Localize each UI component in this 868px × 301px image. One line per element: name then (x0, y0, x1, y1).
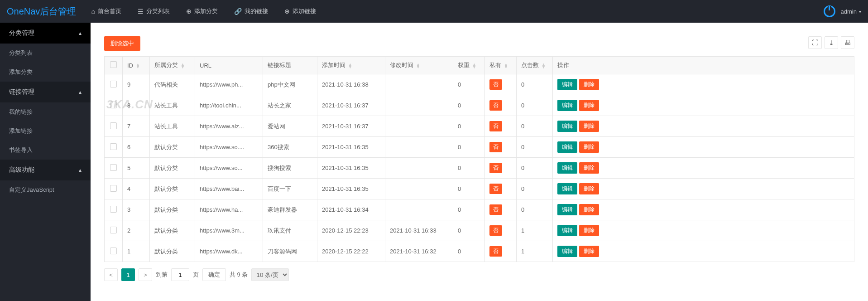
top-nav: ⌂前台首页 ☰分类列表 ⊕添加分类 🔗我的链接 ⊕添加链接 (83, 0, 823, 23)
table-row: 4默认分类https://www.bai...百度一下2021-10-31 16… (105, 179, 854, 199)
edit-button[interactable]: 编辑 (557, 121, 577, 132)
add-icon: ⊕ (284, 8, 290, 15)
cell-clicks: 0 (517, 179, 553, 199)
sidebar-item-my-links[interactable]: 我的链接 (0, 102, 91, 121)
select-all-checkbox[interactable] (110, 61, 117, 68)
delete-button[interactable]: 删除 (579, 204, 599, 215)
delete-button[interactable]: 删除 (579, 141, 599, 153)
sidebar-item-add-category[interactable]: 添加分类 (0, 63, 91, 82)
th-category[interactable]: 所属分类 (154, 62, 178, 68)
chevron-up-icon: ▴ (79, 89, 82, 95)
row-checkbox[interactable] (110, 122, 117, 129)
nav-my-links[interactable]: 🔗我的链接 (226, 0, 276, 23)
delete-button[interactable]: 删除 (579, 162, 599, 174)
cell-id: 2 (123, 220, 150, 241)
nav-home[interactable]: ⌂前台首页 (83, 0, 129, 23)
th-private[interactable]: 私有 (489, 62, 501, 68)
cell-update-time (385, 74, 453, 95)
sort-icon[interactable]: ▲▼ (348, 63, 352, 68)
private-badge: 否 (489, 121, 502, 131)
table-row: 8站长工具http://tool.chin...站长之家2021-10-31 1… (105, 95, 854, 116)
cell-category: 默认分类 (150, 137, 195, 158)
edit-button[interactable]: 编辑 (557, 162, 577, 174)
page-number-button[interactable]: 1 (121, 268, 135, 281)
sort-icon[interactable]: ▲▼ (181, 63, 185, 68)
sort-icon[interactable]: ▲▼ (136, 63, 140, 68)
cell-url: https://www.bai... (195, 179, 263, 199)
page-confirm-button[interactable]: 确定 (202, 268, 226, 281)
cell-weight: 0 (453, 137, 485, 158)
row-checkbox[interactable] (110, 164, 117, 171)
cell-title: 玖讯支付 (263, 220, 317, 241)
private-badge: 否 (489, 204, 502, 215)
cell-category: 默认分类 (150, 199, 195, 220)
th-clicks[interactable]: 点击数 (521, 62, 539, 68)
logo[interactable]: OneNav后台管理 (7, 5, 83, 18)
delete-button[interactable]: 删除 (579, 100, 599, 111)
nav-label: 添加分类 (194, 7, 218, 15)
chevron-up-icon: ▴ (79, 30, 82, 36)
nav-label: 我的链接 (245, 7, 268, 15)
private-badge: 否 (489, 142, 502, 152)
private-badge: 否 (489, 246, 502, 257)
edit-button[interactable]: 编辑 (557, 183, 577, 194)
nav-add-category[interactable]: ⊕添加分类 (178, 0, 226, 23)
cell-title: 搜狗搜索 (263, 158, 317, 179)
th-id[interactable]: ID (127, 62, 133, 69)
sort-icon[interactable]: ▲▼ (472, 63, 476, 68)
page-input[interactable] (171, 268, 189, 281)
edit-button[interactable]: 编辑 (557, 79, 577, 90)
row-checkbox[interactable] (110, 143, 117, 150)
cell-update-time: 2021-10-31 16:33 (385, 220, 453, 241)
print-icon[interactable]: 🖶 (841, 36, 854, 49)
sidebar-item-add-link[interactable]: 添加链接 (0, 121, 91, 141)
cell-weight: 0 (453, 241, 485, 262)
cell-weight: 0 (453, 116, 485, 137)
next-page-button[interactable]: > (139, 268, 152, 281)
th-add-time[interactable]: 添加时间 (322, 62, 345, 68)
edit-button[interactable]: 编辑 (557, 246, 577, 257)
cell-weight: 0 (453, 220, 485, 241)
row-checkbox[interactable] (110, 248, 117, 254)
sidebar-group-label: 链接管理 (9, 88, 34, 96)
sidebar-group-advanced[interactable]: 高级功能 ▴ (0, 160, 91, 180)
nav-category-list[interactable]: ☰分类列表 (129, 0, 178, 23)
delete-button[interactable]: 删除 (579, 246, 599, 257)
th-update-time[interactable]: 修改时间 (390, 62, 413, 68)
sort-icon[interactable]: ▲▼ (504, 63, 508, 68)
cell-clicks: 1 (517, 220, 553, 241)
edit-button[interactable]: 编辑 (557, 141, 577, 153)
sidebar-group-category[interactable]: 分类管理 ▴ (0, 23, 91, 44)
sidebar-group-links[interactable]: 链接管理 ▴ (0, 82, 91, 102)
sort-icon[interactable]: ▲▼ (542, 63, 546, 68)
main-content: 删除选中 ⛶ ⤓ 🖶 ID▲▼ 所属分类▲▼ URL 链接标题 添加时间▲▼ (91, 23, 868, 301)
th-weight[interactable]: 权重 (458, 62, 470, 68)
row-checkbox[interactable] (110, 102, 117, 108)
delete-button[interactable]: 删除 (579, 183, 599, 194)
cell-id: 4 (123, 179, 150, 199)
row-checkbox[interactable] (110, 81, 117, 87)
delete-button[interactable]: 删除 (579, 121, 599, 132)
table-row: 5默认分类https://www.so...搜狗搜索2021-10-31 16:… (105, 158, 854, 179)
row-checkbox[interactable] (110, 227, 117, 233)
power-icon[interactable] (824, 5, 835, 17)
user-menu[interactable]: admin ▾ (841, 8, 861, 15)
edit-button[interactable]: 编辑 (557, 204, 577, 215)
delete-button[interactable]: 删除 (579, 79, 599, 90)
delete-selected-button[interactable]: 删除选中 (104, 36, 140, 51)
sidebar-item-import[interactable]: 书签导入 (0, 141, 91, 160)
export-icon[interactable]: ⤓ (825, 36, 838, 49)
row-checkbox[interactable] (110, 206, 117, 213)
sidebar-item-custom-js[interactable]: 自定义JavaScript (0, 180, 91, 199)
per-page-select[interactable]: 10 条/页 (251, 268, 289, 281)
row-checkbox[interactable] (110, 185, 117, 192)
filter-columns-icon[interactable]: ⛶ (808, 36, 822, 49)
nav-add-link[interactable]: ⊕添加链接 (276, 0, 324, 23)
sort-icon[interactable]: ▲▼ (416, 63, 420, 68)
sidebar-item-category-list[interactable]: 分类列表 (0, 44, 91, 63)
delete-button[interactable]: 删除 (579, 225, 599, 236)
nav-label: 添加链接 (293, 7, 316, 15)
edit-button[interactable]: 编辑 (557, 225, 577, 236)
edit-button[interactable]: 编辑 (557, 100, 577, 111)
prev-page-button[interactable]: < (104, 268, 118, 281)
